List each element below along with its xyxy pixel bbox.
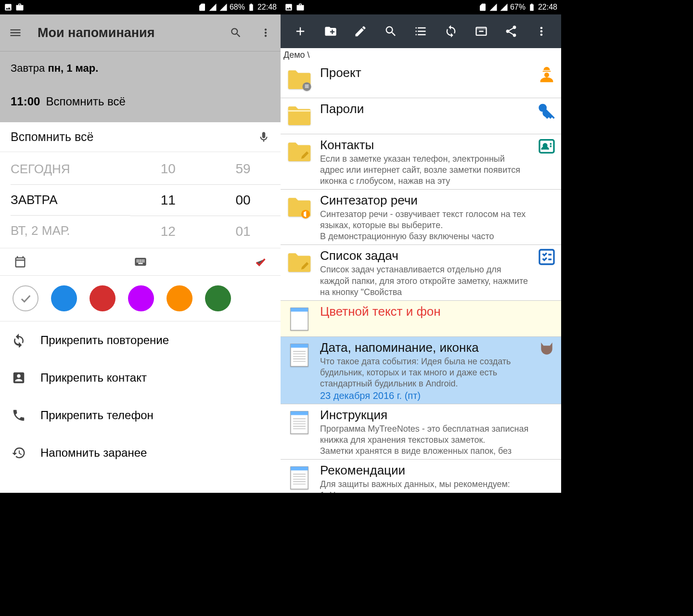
color-picker [0,276,281,321]
item-right-icon [536,339,557,359]
item-right-icon [536,64,557,84]
checklist-icon[interactable] [414,25,427,38]
clock-time: 22:48 [538,3,557,12]
list-item[interactable]: Дата, напоминание, иконка Что такое дата… [281,337,561,404]
battery-icon [247,3,256,12]
color-red[interactable] [90,285,116,311]
list-item[interactable]: Проект [281,62,561,98]
sheet-actions [0,248,281,276]
svg-rect-12 [291,467,308,471]
color-green[interactable] [205,285,231,311]
list-item[interactable]: Цветной текст и фон [281,301,561,337]
item-right-icon [536,137,557,156]
clock-time: 22:48 [257,3,277,12]
color-purple[interactable] [128,285,154,311]
statusbar-right: 67% 22:48 [281,0,561,14]
archive-icon[interactable] [475,25,488,38]
item-desc: Программа MyTreeNotes - это бесплатная з… [320,424,530,457]
item-title: Дата, напоминание, иконка [320,339,530,356]
confirm-icon[interactable] [254,255,267,269]
share-icon[interactable] [504,25,518,38]
sim-icon [198,3,206,12]
list-item[interactable]: Пароли [281,98,561,134]
folder-edit-icon [284,138,314,167]
calendar-icon[interactable] [13,255,27,269]
attach-repeat-row[interactable]: Прикрепить повторение [0,321,281,359]
more-icon[interactable] [535,25,548,38]
folder-icon [284,102,314,131]
color-blue[interactable] [51,285,77,311]
list-item[interactable]: Список задач Список задач устанавливаетс… [281,245,561,300]
battery-icon [527,3,536,12]
item-title: Цветной текст и фон [320,303,530,320]
history-icon [12,446,26,460]
signal-icon [208,3,217,12]
reminder-text: Вспомнить всё [11,130,257,144]
hour-wheel[interactable]: 10 11 12 [130,152,205,248]
folder-detail-icon [284,65,314,95]
signal-icon [489,3,498,12]
note-lines-icon [284,463,314,493]
date-prefix: Завтра [11,62,48,74]
new-folder-icon[interactable] [324,25,337,38]
toolbar: Мои напоминания [0,14,281,51]
list-item[interactable]: Рекомендации Для защиты важных данных, м… [281,460,561,493]
more-icon[interactable] [259,26,272,39]
item-title: Контакты [320,137,530,154]
item-desc: Для защиты важных данных, мы рекомендуем… [320,479,530,493]
image-icon [284,3,293,12]
day-wheel[interactable]: СЕГОДНЯ ЗАВТРА ВТ, 2 МАР. [0,152,130,248]
item-title: Проект [320,64,530,81]
color-none[interactable] [13,285,38,311]
bottom-sheet: Вспомнить всё СЕГОДНЯ ЗАВТРА ВТ, 2 МАР. … [0,122,281,493]
keyboard-icon[interactable] [134,255,147,269]
shop-icon [15,3,24,12]
sync-icon[interactable] [444,25,458,38]
hamburger-icon[interactable] [9,26,22,39]
svg-rect-10 [291,411,308,415]
sim-icon [478,3,487,12]
item-desc: Что такое дата события: Идея была не соз… [320,356,530,389]
contact-icon [12,371,26,385]
list-item[interactable]: Инструкция Программа MyTreeNotes - это б… [281,404,561,460]
item-title: Пароли [320,101,530,117]
signal-icon-2 [219,3,228,12]
breadcrumb[interactable]: Демо \ [281,48,561,62]
mic-icon[interactable] [257,131,270,143]
statusbar-left: 68% 22:48 [0,0,281,14]
battery-pct: 67% [510,3,526,12]
item-right-icon [536,101,557,120]
svg-rect-6 [291,308,308,311]
folder-edit-icon [284,248,314,278]
page-title: Мои напоминания [38,26,154,40]
item-title: Список задач [320,247,530,264]
folder-sound-icon [284,193,314,223]
item-right-icon [536,247,557,267]
item-date: 23 декабря 2016 г. (пт) [320,390,530,401]
svg-rect-4 [539,250,554,264]
attach-phone-row[interactable]: Прикрепить телефон [0,397,281,434]
dimmed-background: Мои напоминания Завтра пн, 1 мар. 11:00 … [0,14,281,122]
phone-right-notes: 67% 22:48 Демо \ Проект Пароли [281,0,561,493]
color-orange[interactable] [167,285,192,311]
battery-pct: 68% [230,3,245,12]
item-desc: Если в заметке указан телефон, электронн… [320,154,530,187]
reminder-input-row[interactable]: Вспомнить всё [0,122,281,152]
note-lines-icon [284,340,314,370]
minute-wheel[interactable]: 59 00 01 [205,152,281,248]
remind-early-row[interactable]: Напомнить заранее [0,434,281,472]
item-desc: Список задач устанавливается отдельно дл… [320,264,530,297]
list-item[interactable]: Синтезатор речи Синтезатор речи - озвучи… [281,190,561,245]
search-icon[interactable] [230,26,242,39]
search-icon[interactable] [384,25,398,38]
edit-icon[interactable] [354,25,367,38]
add-icon[interactable] [294,25,307,38]
time-picker[interactable]: СЕГОДНЯ ЗАВТРА ВТ, 2 МАР. 10 11 12 59 00… [0,152,281,248]
attach-contact-row[interactable]: Прикрепить контакт [0,359,281,397]
signal-icon-2 [500,3,508,12]
item-title: Инструкция [320,407,530,424]
shop-icon [296,3,305,12]
repeat-icon [12,333,26,347]
item-desc: Синтезатор речи - озвучивает текст голос… [320,209,530,242]
list-item[interactable]: Контакты Если в заметке указан телефон, … [281,134,561,190]
